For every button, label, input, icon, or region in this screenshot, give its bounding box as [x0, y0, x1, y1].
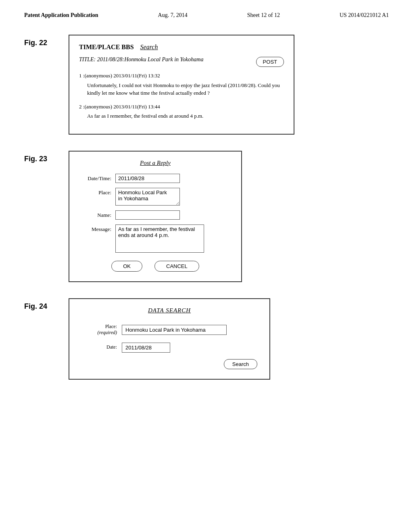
patent-number: US 2014/0221012 A1	[340, 12, 389, 19]
sheet-info: Sheet 12 of 12	[247, 12, 280, 19]
fig-22-label: Fig. 22	[24, 35, 69, 47]
reply-panel: Post a Reply Date/Time: Place: Honmoku L…	[69, 151, 242, 282]
bbs-post-1-header: 1 :(anonymous) 2013/01/11(Fri) 13:32	[79, 72, 284, 80]
ok-button[interactable]: OK	[111, 261, 142, 272]
bbs-title: TIME/PLACE BBS	[79, 44, 134, 51]
post-button[interactable]: POST	[256, 57, 284, 67]
bbs-header: TIME/PLACE BBS Search	[79, 44, 284, 51]
patent-header: Patent Application Publication Aug. 7, 2…	[0, 0, 413, 27]
publication-title: Patent Application Publication	[24, 12, 98, 19]
reply-panel-title: Post a Reply	[79, 160, 232, 166]
bbs-post-1: 1 :(anonymous) 2013/01/11(Fri) 13:32 Unf…	[79, 72, 284, 97]
datetime-label: Date/Time:	[79, 174, 115, 182]
place-label: Place:	[79, 188, 115, 196]
message-input[interactable]: As far as I remember, the festival ends …	[115, 224, 204, 253]
figure-24-section: Fig. 24 DATA SEARCH Place:(required) Dat…	[24, 298, 389, 380]
search-place-row: Place:(required)	[81, 324, 257, 336]
datetime-input[interactable]	[115, 174, 180, 183]
search-place-label: Place:(required)	[81, 324, 122, 336]
cancel-button[interactable]: CANCEL	[154, 261, 199, 272]
form-buttons: OK CANCEL	[79, 261, 232, 272]
place-row: Place: Honmoku Local Park in Yokohama	[79, 188, 232, 206]
fig-24-label: Fig. 24	[24, 298, 69, 311]
figure-22-section: Fig. 22 TIME/PLACE BBS Search TITLE: 201…	[24, 35, 389, 135]
search-date-input[interactable]	[122, 343, 170, 353]
bbs-panel: TIME/PLACE BBS Search TITLE: 2011/08/28:…	[69, 35, 294, 135]
figure-23-section: Fig. 23 Post a Reply Date/Time: Place: H…	[24, 151, 389, 282]
publication-date: Aug. 7, 2014	[158, 12, 188, 19]
message-row: Message: As far as I remember, the festi…	[79, 224, 232, 253]
bbs-post-2-body: As far as I remember, the festival ends …	[87, 112, 284, 120]
bbs-search-link[interactable]: Search	[140, 44, 158, 51]
search-date-row: Date:	[81, 343, 257, 353]
search-button[interactable]: Search	[224, 359, 257, 369]
fig-23-label: Fig. 23	[24, 151, 69, 163]
bbs-post-2-header: 2 :(anonymous) 2013/01/11(Fri) 13:44	[79, 103, 284, 111]
content-area: Fig. 22 TIME/PLACE BBS Search TITLE: 201…	[0, 27, 413, 404]
bbs-thread-title: TITLE: 2011/08/28:Honmoku Local Park in …	[79, 56, 203, 63]
name-label: Name:	[79, 210, 115, 218]
search-button-row: Search	[81, 359, 257, 369]
name-input[interactable]	[115, 210, 180, 220]
message-label: Message:	[79, 224, 115, 233]
place-input[interactable]: Honmoku Local Park in Yokohama	[115, 188, 180, 206]
search-place-input[interactable]	[122, 325, 227, 335]
search-panel-title: DATA SEARCH	[81, 307, 257, 314]
search-panel: DATA SEARCH Place:(required) Date: Searc…	[69, 298, 270, 380]
datetime-row: Date/Time:	[79, 174, 232, 183]
name-row: Name:	[79, 210, 232, 220]
search-date-label: Date:	[81, 344, 122, 351]
bbs-post-2: 2 :(anonymous) 2013/01/11(Fri) 13:44 As …	[79, 103, 284, 120]
bbs-post-1-body: Unfortunately, I could not visit Honmoku…	[87, 81, 284, 97]
